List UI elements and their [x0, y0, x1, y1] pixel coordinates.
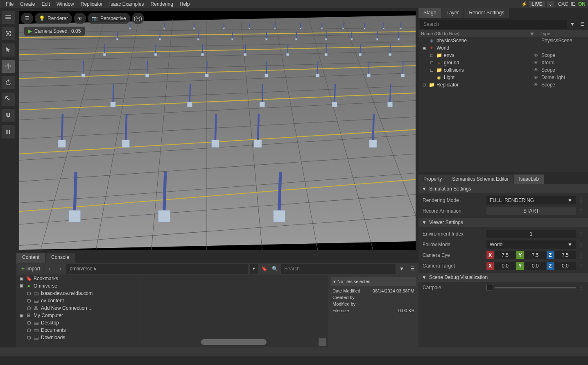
- stage-tree-item[interactable]: ◉Light👁DomeLight: [418, 74, 588, 81]
- camera-eye-z-input[interactable]: 7.5: [555, 251, 576, 259]
- tool-rotate[interactable]: [2, 76, 15, 89]
- visibility-toggle[interactable]: 👁: [531, 60, 541, 66]
- content-tree-item[interactable]: ▣●Omniverse: [16, 282, 139, 290]
- cartpole-checkbox[interactable]: [486, 285, 492, 290]
- tree-toggle-icon[interactable]: ▣: [422, 46, 427, 50]
- tree-toggle-icon[interactable]: ▢: [26, 328, 31, 332]
- visibility-icon[interactable]: 👁: [74, 13, 86, 24]
- viewport[interactable]: ☰ 💡Renderer 👁 📷Perspective ((•)) ▶ Camer…: [19, 11, 416, 250]
- menu-create[interactable]: Create: [17, 0, 38, 8]
- visibility-toggle[interactable]: 👁: [531, 52, 541, 58]
- stage-options-icon[interactable]: ☰: [578, 20, 586, 29]
- tab-console[interactable]: Console: [45, 253, 75, 263]
- follow-mode-select[interactable]: World▼: [486, 240, 576, 249]
- rendering-mode-select[interactable]: FULL_RENDERING▼: [486, 196, 576, 204]
- record-start-button[interactable]: START: [486, 207, 576, 215]
- tree-toggle-icon[interactable]: ▣: [19, 276, 24, 281]
- viewport-settings-icon[interactable]: ☰: [21, 13, 33, 24]
- content-zoom-slider[interactable]: [201, 339, 267, 345]
- cartpole-slider[interactable]: [495, 287, 576, 288]
- tab-layer[interactable]: Layer: [441, 8, 464, 18]
- content-tree-item[interactable]: ▢🖧Add New Connection ...: [16, 304, 139, 312]
- nav-back-button[interactable]: ‹: [45, 264, 54, 273]
- stage-tree-item[interactable]: ▣✦World: [418, 44, 588, 52]
- perspective-dropdown[interactable]: 📷Perspective: [88, 13, 130, 24]
- stage-tree-item[interactable]: ◈physicsScenePhysicsScene: [418, 37, 588, 44]
- path-dropdown[interactable]: ▼: [250, 264, 258, 274]
- tree-toggle-icon[interactable]: ▢: [26, 298, 31, 303]
- content-grid[interactable]: [139, 275, 328, 347]
- tab-stage[interactable]: Stage: [418, 8, 441, 18]
- tool-hamburger[interactable]: [2, 11, 15, 24]
- filter-icon[interactable]: ▼: [397, 264, 406, 273]
- tree-toggle-icon[interactable]: ▢: [429, 53, 434, 57]
- more-icon[interactable]: ⋮: [578, 231, 584, 237]
- camera-eye-y-input[interactable]: 7.5: [525, 251, 545, 259]
- viewport-wifi-icon[interactable]: ((•)): [132, 13, 144, 24]
- tool-scale[interactable]: [2, 93, 15, 106]
- content-tree-item[interactable]: ▣🖥My Computer: [16, 312, 139, 319]
- camera-target-x-input[interactable]: 0.0: [495, 262, 516, 270]
- more-icon[interactable]: ⋮: [578, 208, 584, 214]
- stage-header-type[interactable]: Type: [541, 31, 586, 36]
- tool-frame[interactable]: [2, 27, 15, 40]
- tab-isaaclab[interactable]: IsaacLab: [514, 175, 544, 184]
- menu-replicator[interactable]: Replicator: [77, 0, 106, 8]
- content-tree-item[interactable]: ▢🖴isaac-dev.ov.nvidia.com: [16, 290, 139, 297]
- stage-tree-item[interactable]: ▢📁envs👁Scope: [418, 52, 588, 59]
- live-dropdown[interactable]: ⌄: [547, 1, 554, 7]
- more-icon[interactable]: ⋮: [578, 242, 584, 247]
- tab-content[interactable]: Content: [16, 253, 45, 263]
- tab-semantics-schema-editor[interactable]: Semantics Schema Editor: [447, 175, 513, 184]
- tree-toggle-icon[interactable]: ▣: [19, 313, 24, 317]
- tab-property[interactable]: Property: [418, 175, 447, 184]
- more-icon[interactable]: ⋮: [578, 263, 584, 269]
- tree-toggle-icon[interactable]: ▢: [26, 335, 31, 340]
- tool-move[interactable]: [2, 60, 15, 73]
- menu-help[interactable]: Help: [176, 0, 193, 8]
- nav-forward-button[interactable]: ›: [56, 264, 65, 273]
- stage-tree-item[interactable]: ▢📁Replicator👁Scope: [418, 81, 588, 88]
- more-icon[interactable]: ⋮: [578, 285, 584, 290]
- stage-tree-item[interactable]: ▢⟐ground👁Xform: [418, 59, 588, 66]
- tree-toggle-icon[interactable]: ▢: [429, 68, 434, 72]
- env-index-input[interactable]: 1: [486, 230, 576, 238]
- path-input[interactable]: [66, 264, 248, 274]
- tool-pause[interactable]: [2, 125, 15, 138]
- menu-isaac-examples[interactable]: Isaac Examples: [106, 0, 147, 8]
- sim-settings-header[interactable]: ▼Simulation Settings: [418, 184, 588, 193]
- content-options-icon[interactable]: ☰: [408, 264, 417, 273]
- stage-tree[interactable]: ◈physicsScenePhysicsScene▣✦World▢📁envs👁S…: [418, 37, 588, 172]
- debug-vis-header[interactable]: ▼Scene Debug Visualization: [418, 273, 588, 282]
- content-tree-item[interactable]: ▢🖴Documents: [16, 326, 139, 334]
- stage-header-name[interactable]: Name (Old to New): [421, 31, 530, 36]
- content-tree-item[interactable]: ▢🖴Downloads: [16, 334, 139, 341]
- tree-toggle-icon[interactable]: ▢: [422, 83, 427, 87]
- tree-toggle-icon[interactable]: ▣: [19, 283, 24, 288]
- camera-target-z-input[interactable]: 0.0: [555, 262, 576, 270]
- stage-filter-icon[interactable]: ▼: [568, 20, 577, 29]
- live-badge[interactable]: LIVE: [529, 1, 545, 7]
- stage-search-input[interactable]: [420, 20, 567, 29]
- menu-edit[interactable]: Edit: [38, 0, 53, 8]
- viewport-canvas[interactable]: [19, 11, 416, 250]
- grid-view-icon[interactable]: [319, 338, 326, 346]
- content-tree[interactable]: ▣🔖Bookmarks▣●Omniverse▢🖴isaac-dev.ov.nvi…: [16, 275, 139, 347]
- visibility-toggle[interactable]: 👁: [531, 67, 541, 73]
- content-tree-item[interactable]: ▣🔖Bookmarks: [16, 275, 139, 282]
- stage-tree-item[interactable]: ▢📁collisions👁Scope: [418, 66, 588, 74]
- content-search-input[interactable]: [281, 264, 396, 274]
- menu-rendering[interactable]: Rendering: [147, 0, 176, 8]
- tree-toggle-icon[interactable]: ▢: [429, 61, 434, 65]
- content-tree-item[interactable]: ▢🖴ov-content: [16, 297, 139, 304]
- tree-toggle-icon[interactable]: ▢: [26, 320, 31, 325]
- camera-target-y-input[interactable]: 0.0: [525, 262, 545, 270]
- more-icon[interactable]: ⋮: [578, 252, 584, 258]
- content-tree-item[interactable]: ▢🖴Desktop: [16, 319, 139, 326]
- camera-eye-x-input[interactable]: 7.5: [495, 251, 516, 259]
- tree-toggle-icon[interactable]: ▢: [26, 291, 31, 295]
- tree-toggle-icon[interactable]: ▢: [26, 306, 31, 310]
- visibility-toggle[interactable]: 👁: [531, 82, 541, 88]
- menu-window[interactable]: Window: [53, 0, 77, 8]
- renderer-dropdown[interactable]: 💡Renderer: [35, 13, 72, 24]
